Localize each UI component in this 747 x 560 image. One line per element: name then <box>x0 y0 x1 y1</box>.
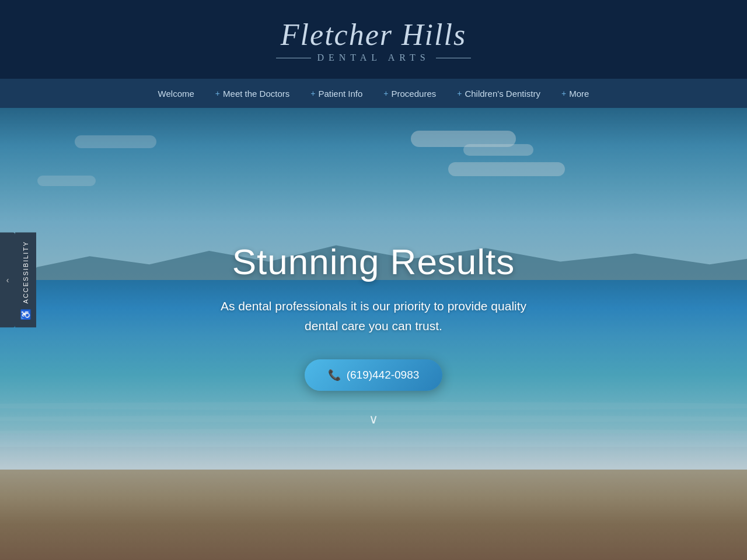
nav-label-patient-info: Patient Info <box>318 89 362 99</box>
hero-content: Stunning Results As dental professionals… <box>197 241 550 390</box>
hero-section: Stunning Results As dental professionals… <box>0 108 747 560</box>
logo-script-text: Fletcher Hills <box>276 18 470 51</box>
accessibility-collapse-icon: ‹ <box>6 275 9 285</box>
nav-label-doctors: Meet the Doctors <box>223 89 289 99</box>
accessibility-label[interactable]: ♿ ACCESSIBILITY <box>15 233 36 328</box>
nav-item-more[interactable]: + More <box>551 79 599 108</box>
plus-icon-childrens: + <box>457 89 462 98</box>
phone-button[interactable]: 📞 (619)442-0983 <box>305 359 443 391</box>
hero-subtitle-line1: As dental professionals it is our priori… <box>221 299 526 313</box>
site-header: Fletcher Hills Dental Arts <box>0 0 747 79</box>
nav-item-procedures[interactable]: + Procedures <box>373 79 446 108</box>
logo[interactable]: Fletcher Hills Dental Arts <box>276 18 470 63</box>
scroll-down-arrow[interactable]: ∨ <box>369 412 378 427</box>
hero-subtitle: As dental professionals it is our priori… <box>221 296 526 335</box>
plus-icon-doctors: + <box>215 89 220 98</box>
nav-label-welcome: Welcome <box>158 89 194 99</box>
nav-item-welcome[interactable]: Welcome <box>148 79 205 108</box>
accessibility-icon: ♿ <box>20 307 32 320</box>
phone-icon: 📞 <box>328 369 341 382</box>
plus-icon-procedures: + <box>383 89 388 98</box>
accessibility-toggle-button[interactable]: ‹ <box>0 233 15 328</box>
nav-item-patient-info[interactable]: + Patient Info <box>300 79 373 108</box>
plus-icon-more: + <box>561 89 566 98</box>
nav-label-more: More <box>569 89 589 99</box>
nav-label-procedures: Procedures <box>392 89 437 99</box>
nav-label-childrens: Children's Dentistry <box>465 89 540 99</box>
plus-icon-patient-info: + <box>310 89 315 98</box>
main-nav: Welcome + Meet the Doctors + Patient Inf… <box>0 79 747 108</box>
phone-number: (619)442-0983 <box>347 369 420 382</box>
logo-subtitle-text: Dental Arts <box>276 52 470 63</box>
nav-item-childrens-dentistry[interactable]: + Children's Dentistry <box>446 79 551 108</box>
accessibility-text: ACCESSIBILITY <box>22 241 29 304</box>
hero-title: Stunning Results <box>221 241 526 282</box>
accessibility-panel[interactable]: ‹ ♿ ACCESSIBILITY <box>0 233 36 328</box>
hero-subtitle-line2: dental care you can trust. <box>305 319 442 332</box>
nav-item-meet-the-doctors[interactable]: + Meet the Doctors <box>205 79 300 108</box>
